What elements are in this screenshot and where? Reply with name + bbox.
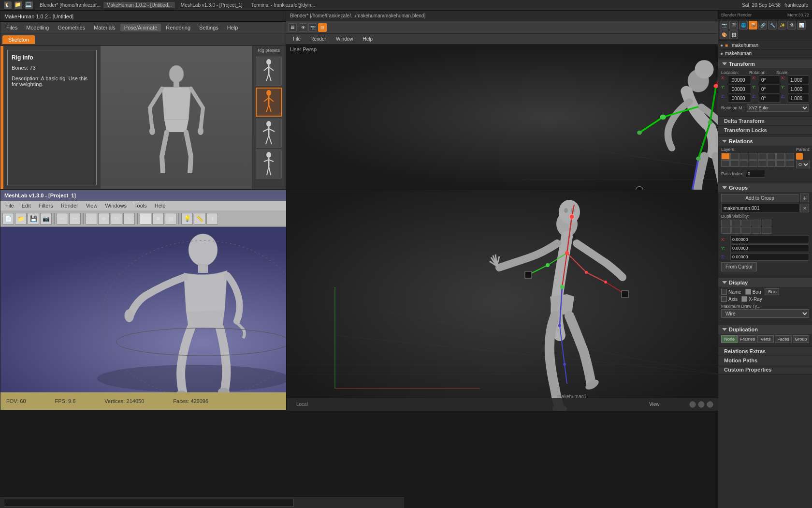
mh-menu-modelling[interactable]: Modelling [22,24,53,31]
layer-4[interactable] [749,153,757,160]
ml-menu-filters[interactable]: Filters [36,202,56,209]
ml-menu-file[interactable]: File [2,202,17,209]
vis-cell-9[interactable] [752,227,761,234]
blender-large-viewport[interactable]: makehuman1 Local View [286,190,718,410]
mh-tab-skeleton[interactable]: Skeleton [2,35,35,44]
ml-undo-icon[interactable]: ↩ [57,213,68,224]
axis-checkbox[interactable] [721,296,727,302]
layer-2[interactable] [730,153,739,160]
os-taskbar[interactable]: 🐧 📁 💻 Blender* [/home/frankiezaf... Make… [0,0,812,11]
ml-snapshot-icon[interactable]: 📷 [40,213,52,224]
delta-transform-header[interactable]: Delta Transform [722,118,808,124]
rot-x-field[interactable] [759,75,780,84]
rig-preset-1[interactable] [256,57,282,86]
scene-props-icon[interactable]: 🎬 [729,21,738,30]
ml-texture-icon[interactable]: ▦ [165,213,176,224]
layer-13[interactable] [758,160,767,167]
relations-header[interactable]: Relations [718,137,812,146]
vis-cell-1[interactable] [721,220,731,226]
dup-frames-btn[interactable]: Frames [739,335,756,343]
layer-3[interactable] [740,153,748,160]
transform-locks-header[interactable]: Transform Locks [722,127,808,133]
ml-redo-icon[interactable]: ↪ [69,213,81,224]
particles-icon[interactable]: ✨ [778,21,786,30]
layer-10[interactable] [730,160,739,167]
mh-3d-view[interactable] [101,46,252,189]
vis-cell-3[interactable] [741,220,751,226]
dup-faces-btn[interactable]: Faces [775,335,791,343]
layer-11[interactable] [740,160,748,167]
scale-y-field[interactable] [788,85,809,93]
loc-z-field[interactable] [728,94,751,103]
bl-menu-help[interactable]: Help [360,35,376,43]
bou-checkbox[interactable] [745,289,751,295]
meshlab-console-input[interactable] [4,499,294,507]
rot-mode-select[interactable]: XYZ Euler [747,104,809,112]
ml-light-icon[interactable]: 💡 [181,213,193,224]
ml-menu-help[interactable]: Help [152,202,169,209]
vis-cell-2[interactable] [731,220,741,226]
render-icon[interactable]: 📷 [308,23,317,32]
vis-cell-4[interactable] [752,220,761,226]
ml-select-icon[interactable]: ⊹ [86,213,97,224]
layer-6[interactable] [767,153,776,160]
ml-new-icon[interactable]: 📄 [2,213,14,224]
ml-menu-windows[interactable]: Windows [102,202,130,209]
ml-measure-icon[interactable]: 📏 [194,213,205,224]
vis-cell-5[interactable] [762,220,771,226]
app-tab-makehuman[interactable]: MakeHuman 1.0.2 - [Untitled... [103,2,175,8]
material-props-icon[interactable]: 🎨 [720,30,728,39]
mh-menu-files[interactable]: Files [2,24,21,31]
layer-7[interactable] [776,153,785,160]
editor-type-icon[interactable]: 🖥 [288,23,297,32]
app-tab-meshlab[interactable]: MeshLab v1.3.0 - [Project_1] [178,2,246,8]
xray-checkbox[interactable] [741,296,747,302]
box-button[interactable]: Box [765,288,779,295]
modifiers-icon[interactable]: 🔧 [768,21,777,30]
constraints-icon[interactable]: 🔗 [758,21,767,30]
terminal-icon[interactable]: 💻 [25,1,33,9]
physics-icon[interactable]: ⚗ [787,21,796,30]
duplication-header[interactable]: Duplication [718,325,812,334]
ml-menu-edit[interactable]: Edit [19,202,34,209]
relations-extras-header[interactable]: Relations Extras [722,348,808,354]
add-to-group-button[interactable]: Add to Group [721,194,798,202]
mh-menu-rendering[interactable]: Rendering [162,24,194,31]
rig-preset-2[interactable] [256,88,282,117]
display-header[interactable]: Display [718,278,812,287]
ml-move-icon[interactable]: ✥ [98,213,110,224]
object-props-icon[interactable]: 📦 [749,21,757,30]
from-cursor-button[interactable]: From Cursor [721,262,757,271]
app-tab-terminal[interactable]: Terminal - frankiezafe@dyin... [248,2,318,8]
mh-menu-help[interactable]: Help [223,24,242,31]
render-props-icon[interactable]: 📷 [720,21,728,30]
dup-none-btn[interactable]: None [721,335,738,343]
group-name-input[interactable] [721,204,799,212]
vis-cell-10[interactable] [762,227,771,234]
ml-menu-view[interactable]: View [83,202,101,209]
layer-5[interactable] [758,153,767,160]
bl-menu-file[interactable]: File [290,35,304,43]
ml-rotate-icon[interactable]: ↻ [111,213,122,224]
ml-save-icon[interactable]: 💾 [28,213,39,224]
scale-x-field[interactable] [788,75,809,84]
loc-x-field[interactable] [728,75,751,84]
vis-cell-6[interactable] [721,227,731,234]
pass-index-field[interactable] [746,170,765,178]
linux-icon[interactable]: 🐧 [4,1,12,9]
dup-group-btn[interactable]: Group [793,335,809,343]
dupli-z-field[interactable] [730,253,809,261]
mh-menu-materials[interactable]: Materials [90,24,119,31]
ml-info-icon[interactable]: ℹ [206,213,218,224]
view-selected-icon[interactable]: 👁 [299,23,307,32]
ml-menu-render[interactable]: Render [58,202,81,209]
layer-9[interactable] [721,160,730,167]
max-draw-select[interactable]: Wire [721,309,809,318]
groups-header[interactable]: Groups [718,183,812,192]
layer-12[interactable] [749,160,757,167]
layout-icon[interactable]: ⊞ [318,23,327,32]
rot-z-field[interactable] [759,94,780,103]
ml-scale-icon[interactable]: ⤡ [123,213,135,224]
bl-menu-window[interactable]: Window [333,35,356,43]
mh-menu-geometries[interactable]: Geometries [54,24,89,31]
